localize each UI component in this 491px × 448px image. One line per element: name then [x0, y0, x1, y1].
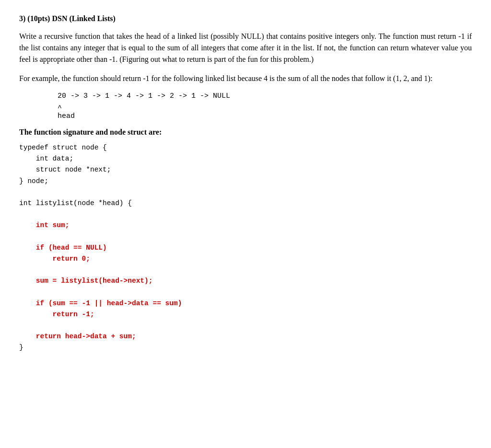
code-int-data: int data; [19, 153, 472, 164]
code-typedef: typedef struct node { [19, 142, 472, 153]
code-close-brace: } [19, 342, 472, 353]
linked-list-display: 20 -> 3 -> 1 -> 4 -> 1 -> 2 -> 1 -> NULL… [19, 92, 472, 120]
code-if-head: if (head == NULL) [19, 242, 472, 253]
code-listylist: int listylist(node *head) { [19, 198, 472, 209]
code-blank2 [19, 209, 472, 220]
problem-description-1: Write a recursive function that takes th… [19, 31, 472, 65]
signature-label: The function signature and node struct a… [19, 128, 472, 137]
code-sum-assign: sum = listylist(head->next); [19, 276, 472, 287]
code-blank4 [19, 264, 472, 276]
linked-list-example: 20 -> 3 -> 1 -> 4 -> 1 -> 2 -> 1 -> NULL [58, 92, 472, 100]
problem-container: 3) (10pts) DSN (Linked Lists) Write a re… [19, 14, 472, 354]
code-block: typedef struct node { int data; struct n… [19, 142, 472, 354]
caret-line: ^ [58, 104, 472, 112]
code-blank6 [19, 320, 472, 331]
code-blank3 [19, 231, 472, 242]
problem-header: 3) (10pts) DSN (Linked Lists) [19, 14, 472, 23]
head-label: head [58, 112, 472, 120]
code-return-sum: return head->data + sum; [19, 331, 472, 342]
problem-description-2: For example, the function should return … [19, 73, 472, 84]
code-blank1 [19, 187, 472, 198]
code-close-node: } node; [19, 176, 472, 187]
code-if-sum: if (sum == -1 || head->data == sum) [19, 298, 472, 309]
code-blank5 [19, 287, 472, 298]
code-return-0: return 0; [19, 253, 472, 264]
code-return-neg1: return -1; [19, 309, 472, 320]
code-int-sum: int sum; [19, 220, 472, 231]
code-struct-next: struct node *next; [19, 164, 472, 175]
